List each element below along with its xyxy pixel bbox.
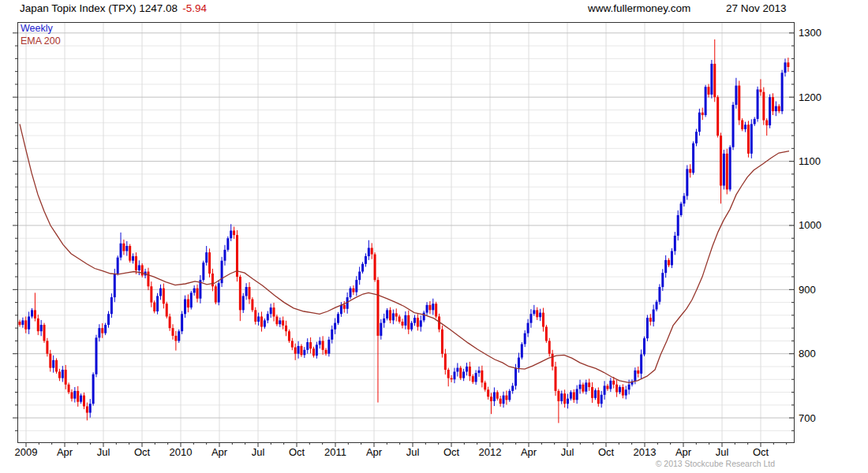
candle-body-up [466,367,468,372]
candle-body-down [376,280,379,336]
candle-body-up [223,250,226,261]
candle-body-up [125,246,128,251]
candle-body-down [260,317,263,327]
candle-body-down [726,154,728,190]
candle-body-up [98,328,100,337]
candle-body-down [322,341,324,349]
candle-body-up [594,390,597,398]
candle-body-up [184,300,186,315]
y-axis-label: 700 [799,412,816,424]
candle-body-down [716,97,719,136]
candle-body-up [205,252,208,263]
candle-body-down [563,393,566,404]
candle-body-down [325,350,327,354]
footer-copyright: © 2013 Stockcube Research Ltd [656,459,775,468]
candle-body-up [89,404,92,412]
candle-body-up [386,310,388,318]
candle-body-down [141,265,144,275]
candle-body-down [147,272,149,287]
candle-body-down [451,378,453,380]
candle-body-down [135,256,137,270]
candle-body-up [257,317,260,322]
candle-body-down [536,310,538,317]
candle-body-down [713,64,716,97]
candle-body-down [772,97,774,111]
candle-body-down [215,286,217,302]
candle-body-down [557,391,559,401]
legend-interval-label: Weekly [21,23,53,34]
chart-page: { "header": { "title": "Japan Topix Inde… [0,0,868,473]
candle-body-up [73,391,76,399]
candle-body-down [169,317,171,329]
candle-body-down [591,387,593,398]
x-axis-label: Oct [289,446,305,458]
candle-body-down [398,317,401,322]
candle-body-down [273,307,275,316]
candle-body-down [542,313,544,327]
candle-body-down [765,121,768,126]
candle-body-down [597,390,600,404]
candle-body-up [456,368,458,372]
y-axis-label: 800 [799,348,816,359]
candle-body-up [156,296,159,311]
candle-body-down [68,385,70,393]
candle-body-up [337,314,339,322]
candle-body-down [374,255,376,281]
candle-body-up [303,350,305,356]
candle-body-down [34,310,36,318]
candle-body-down [101,328,103,333]
candle-body-up [729,147,731,190]
candle-body-up [604,385,606,394]
candle-body-up [653,310,655,322]
y-axis-label: 1200 [799,91,821,103]
candle-body-up [560,393,563,401]
candle-body-up [380,323,382,336]
candle-body-down [573,393,575,400]
candle-body-down [417,318,419,326]
candle-body-up [420,320,422,326]
candle-body-up [306,342,309,350]
x-axis-label: 2011 [324,446,346,458]
candle-body-down [24,320,27,329]
candle-body-down [548,341,551,353]
candle-body-down [300,346,302,355]
candle-body-up [757,89,759,118]
candle-body-up [52,360,54,368]
candle-body-up [511,385,514,391]
candle-body-up [769,97,771,125]
candle-body-down [481,371,483,382]
candle-body-up [334,323,336,330]
candle-body-down [441,330,443,354]
candle-body-down [689,169,691,173]
candle-body-down [86,406,88,412]
candle-body-down [43,325,46,341]
candle-body-down [371,248,373,254]
candle-body-up [735,86,737,105]
y-axis-label: 1100 [799,155,821,167]
candle-body-up [28,317,30,330]
candle-body-up [92,374,95,404]
candle-body-up [643,338,645,354]
candle-body-down [285,326,287,331]
candle-body-up [475,373,477,382]
candle-body-down [552,354,554,367]
candle-body-down [55,360,58,372]
candle-body-down [166,304,168,316]
candle-body-up [524,333,526,345]
candle-body-up [270,307,272,314]
y-axis-label: 1300 [799,27,821,39]
candle-body-up [297,346,300,354]
candle-body-up [267,314,269,320]
candle-body-up [705,87,707,115]
candle-body-up [686,169,688,196]
candle-body-up [462,371,465,378]
x-axis-label: Jul [252,446,265,458]
candle-body-up [410,323,413,330]
candle-body-up [21,320,24,325]
candle-body-up [226,238,229,250]
candle-body-up [202,263,204,280]
candle-body-up [579,385,582,389]
y-axis-label: 1000 [799,219,821,231]
candle-body-up [628,385,630,390]
candle-body-down [490,397,492,401]
